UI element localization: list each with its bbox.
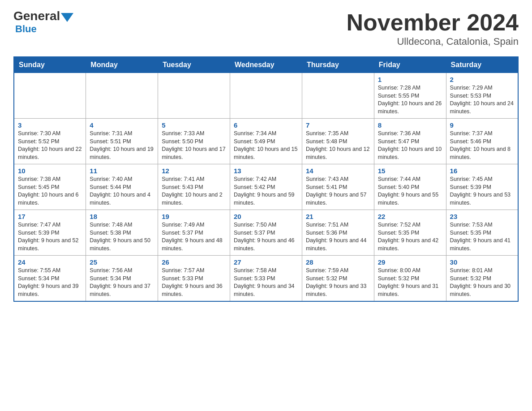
logo-general-text: General	[13, 9, 60, 23]
day-info: Sunrise: 7:56 AMSunset: 5:34 PMDaylight:…	[90, 267, 154, 298]
logo-blue-text: Blue	[15, 23, 37, 35]
day-info: Sunrise: 7:40 AMSunset: 5:44 PMDaylight:…	[90, 176, 154, 207]
calendar-header-sunday: Sunday	[14, 57, 86, 73]
day-number: 11	[90, 167, 154, 175]
day-number: 25	[90, 258, 154, 266]
day-info: Sunrise: 7:30 AMSunset: 5:52 PMDaylight:…	[18, 130, 82, 161]
day-info: Sunrise: 7:41 AMSunset: 5:43 PMDaylight:…	[162, 176, 226, 207]
day-info: Sunrise: 7:44 AMSunset: 5:40 PMDaylight:…	[378, 176, 442, 207]
day-info: Sunrise: 7:48 AMSunset: 5:38 PMDaylight:…	[90, 221, 154, 253]
calendar-cell	[14, 73, 86, 119]
calendar-cell: 29Sunrise: 8:00 AMSunset: 5:32 PMDayligh…	[374, 256, 446, 302]
day-info: Sunrise: 7:28 AMSunset: 5:55 PMDaylight:…	[378, 84, 442, 116]
day-number: 18	[90, 213, 154, 220]
calendar-header-row: SundayMondayTuesdayWednesdayThursdayFrid…	[14, 57, 518, 73]
day-number: 29	[378, 258, 442, 266]
calendar-cell: 3Sunrise: 7:30 AMSunset: 5:52 PMDaylight…	[14, 119, 86, 164]
day-info: Sunrise: 7:53 AMSunset: 5:35 PMDaylight:…	[450, 221, 514, 253]
day-info: Sunrise: 7:47 AMSunset: 5:39 PMDaylight:…	[18, 221, 82, 253]
calendar-cell: 19Sunrise: 7:49 AMSunset: 5:37 PMDayligh…	[158, 210, 230, 256]
calendar-cell: 26Sunrise: 7:57 AMSunset: 5:33 PMDayligh…	[158, 256, 230, 302]
title-section: November 2024 Ulldecona, Catalonia, Spai…	[347, 9, 519, 47]
day-number: 20	[234, 213, 298, 220]
location-text: Ulldecona, Catalonia, Spain	[347, 36, 519, 47]
calendar-week-4: 17Sunrise: 7:47 AMSunset: 5:39 PMDayligh…	[14, 210, 518, 256]
calendar-cell: 10Sunrise: 7:38 AMSunset: 5:45 PMDayligh…	[14, 164, 86, 210]
calendar-header-wednesday: Wednesday	[230, 57, 302, 73]
day-number: 5	[162, 121, 226, 129]
day-info: Sunrise: 7:45 AMSunset: 5:39 PMDaylight:…	[450, 176, 514, 207]
calendar-cell: 20Sunrise: 7:50 AMSunset: 5:37 PMDayligh…	[230, 210, 302, 256]
day-info: Sunrise: 7:51 AMSunset: 5:36 PMDaylight:…	[306, 221, 370, 253]
logo: General Blue	[13, 9, 74, 35]
calendar-cell: 21Sunrise: 7:51 AMSunset: 5:36 PMDayligh…	[302, 210, 374, 256]
calendar-cell: 9Sunrise: 7:37 AMSunset: 5:46 PMDaylight…	[446, 119, 518, 164]
calendar-cell	[230, 73, 302, 119]
logo-top: General	[13, 9, 74, 23]
calendar-header-friday: Friday	[374, 57, 446, 73]
day-info: Sunrise: 7:33 AMSunset: 5:50 PMDaylight:…	[162, 130, 226, 161]
day-number: 1	[378, 76, 442, 83]
day-number: 24	[18, 258, 82, 266]
day-info: Sunrise: 7:36 AMSunset: 5:47 PMDaylight:…	[378, 130, 442, 161]
day-number: 10	[18, 167, 82, 175]
day-info: Sunrise: 7:38 AMSunset: 5:45 PMDaylight:…	[18, 176, 82, 207]
day-info: Sunrise: 7:50 AMSunset: 5:37 PMDaylight:…	[234, 221, 298, 253]
calendar-cell: 8Sunrise: 7:36 AMSunset: 5:47 PMDaylight…	[374, 119, 446, 164]
calendar-cell: 7Sunrise: 7:35 AMSunset: 5:48 PMDaylight…	[302, 119, 374, 164]
calendar-cell: 4Sunrise: 7:31 AMSunset: 5:51 PMDaylight…	[86, 119, 158, 164]
day-info: Sunrise: 7:35 AMSunset: 5:48 PMDaylight:…	[306, 130, 370, 161]
calendar-table: SundayMondayTuesdayWednesdayThursdayFrid…	[13, 56, 519, 302]
day-info: Sunrise: 7:58 AMSunset: 5:33 PMDaylight:…	[234, 267, 298, 298]
day-info: Sunrise: 7:37 AMSunset: 5:46 PMDaylight:…	[450, 130, 514, 161]
calendar-header-monday: Monday	[86, 57, 158, 73]
day-number: 9	[450, 121, 514, 129]
calendar-cell: 18Sunrise: 7:48 AMSunset: 5:38 PMDayligh…	[86, 210, 158, 256]
day-info: Sunrise: 7:42 AMSunset: 5:42 PMDaylight:…	[234, 176, 298, 207]
calendar-cell: 6Sunrise: 7:34 AMSunset: 5:49 PMDaylight…	[230, 119, 302, 164]
calendar-cell: 14Sunrise: 7:43 AMSunset: 5:41 PMDayligh…	[302, 164, 374, 210]
day-info: Sunrise: 7:57 AMSunset: 5:33 PMDaylight:…	[162, 267, 226, 298]
day-info: Sunrise: 7:29 AMSunset: 5:53 PMDaylight:…	[450, 84, 514, 116]
day-info: Sunrise: 7:43 AMSunset: 5:41 PMDaylight:…	[306, 176, 370, 207]
day-number: 28	[306, 258, 370, 266]
calendar-week-1: 1Sunrise: 7:28 AMSunset: 5:55 PMDaylight…	[14, 73, 518, 119]
day-info: Sunrise: 7:59 AMSunset: 5:32 PMDaylight:…	[306, 267, 370, 298]
day-number: 6	[234, 121, 298, 129]
day-number: 19	[162, 213, 226, 220]
calendar-header-thursday: Thursday	[302, 57, 374, 73]
day-number: 30	[450, 258, 514, 266]
day-info: Sunrise: 7:52 AMSunset: 5:35 PMDaylight:…	[378, 221, 442, 253]
calendar-header-tuesday: Tuesday	[158, 57, 230, 73]
day-info: Sunrise: 8:01 AMSunset: 5:32 PMDaylight:…	[450, 267, 514, 298]
calendar-cell: 17Sunrise: 7:47 AMSunset: 5:39 PMDayligh…	[14, 210, 86, 256]
day-info: Sunrise: 7:31 AMSunset: 5:51 PMDaylight:…	[90, 130, 154, 161]
calendar-cell: 15Sunrise: 7:44 AMSunset: 5:40 PMDayligh…	[374, 164, 446, 210]
day-number: 16	[450, 167, 514, 175]
calendar-cell: 16Sunrise: 7:45 AMSunset: 5:39 PMDayligh…	[446, 164, 518, 210]
day-number: 22	[378, 213, 442, 220]
day-info: Sunrise: 7:49 AMSunset: 5:37 PMDaylight:…	[162, 221, 226, 253]
calendar-cell: 11Sunrise: 7:40 AMSunset: 5:44 PMDayligh…	[86, 164, 158, 210]
calendar-cell: 27Sunrise: 7:58 AMSunset: 5:33 PMDayligh…	[230, 256, 302, 302]
day-info: Sunrise: 7:55 AMSunset: 5:34 PMDaylight:…	[18, 267, 82, 298]
calendar-week-2: 3Sunrise: 7:30 AMSunset: 5:52 PMDaylight…	[14, 119, 518, 164]
day-number: 3	[18, 121, 82, 129]
day-info: Sunrise: 7:34 AMSunset: 5:49 PMDaylight:…	[234, 130, 298, 161]
logo-arrow-icon	[61, 13, 73, 22]
day-number: 7	[306, 121, 370, 129]
calendar-cell: 25Sunrise: 7:56 AMSunset: 5:34 PMDayligh…	[86, 256, 158, 302]
month-title: November 2024	[347, 9, 519, 36]
day-number: 23	[450, 213, 514, 220]
page-header: General Blue November 2024 Ulldecona, Ca…	[13, 9, 519, 47]
day-number: 12	[162, 167, 226, 175]
day-number: 15	[378, 167, 442, 175]
calendar-cell: 23Sunrise: 7:53 AMSunset: 5:35 PMDayligh…	[446, 210, 518, 256]
day-number: 13	[234, 167, 298, 175]
calendar-cell: 24Sunrise: 7:55 AMSunset: 5:34 PMDayligh…	[14, 256, 86, 302]
day-info: Sunrise: 8:00 AMSunset: 5:32 PMDaylight:…	[378, 267, 442, 298]
calendar-cell: 22Sunrise: 7:52 AMSunset: 5:35 PMDayligh…	[374, 210, 446, 256]
day-number: 8	[378, 121, 442, 129]
calendar-cell	[302, 73, 374, 119]
day-number: 14	[306, 167, 370, 175]
